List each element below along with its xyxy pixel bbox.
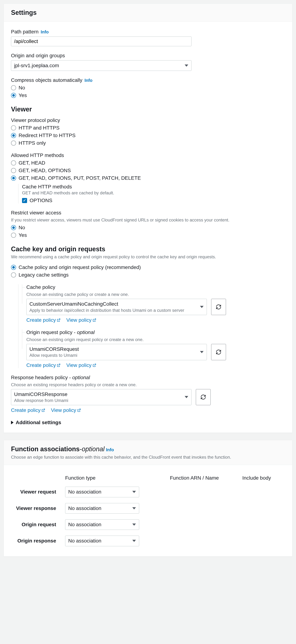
cache-mode-policy-radio[interactable] [11,265,16,270]
triangle-right-icon [11,421,13,424]
external-link-icon [41,408,45,412]
caret-down-icon [185,396,188,398]
caret-down-icon [132,524,136,526]
external-link-icon [57,318,60,322]
cache-mode-group: Cache policy and origin request policy (… [11,264,285,278]
origin-label: Origin and origin groups [11,53,65,58]
methods-all-label: GET, HEAD, OPTIONS, PUT, POST, PATCH, DE… [18,175,141,181]
response-policy-refresh-button[interactable] [196,389,211,405]
response-policy-create-link[interactable]: Create policy [11,407,45,413]
origin-request-type-select[interactable]: No association [65,519,139,530]
caret-down-icon [132,507,136,510]
col-function-type: Function type [61,472,166,484]
origin-policy-select[interactable]: UmamiCORSRequest Allow requests to Umami [26,344,207,360]
origin-request-label: Origin request [11,516,61,533]
cache-options-label: OPTIONS [29,198,52,204]
viewer-request-label: Viewer request [11,484,61,500]
protocol-both-label: HTTP and HTTPS [18,125,59,131]
settings-header: Settings [4,4,292,22]
origin-policy-optional: optional [77,330,95,335]
protocol-redirect-radio[interactable] [11,133,16,138]
path-pattern-info-link[interactable]: Info [41,30,49,34]
cache-section-title: Cache key and origin requests [11,245,285,253]
protocol-https-radio[interactable] [11,140,16,146]
origin-response-type-select[interactable]: No association [65,536,139,546]
additional-settings-expander[interactable]: Additional settings [11,420,285,426]
compress-info-link[interactable]: Info [84,78,92,83]
restrict-hint: If you restrict viewer access, viewers m… [11,218,285,222]
origin-response-label: Origin response [11,533,61,549]
external-link-icon [77,408,81,412]
methods-all-radio[interactable] [11,176,16,181]
compress-no-radio[interactable] [11,85,16,90]
viewer-response-type-select[interactable]: No association [65,503,139,514]
function-associations-table: Function type Function ARN / Name Includ… [11,472,285,549]
response-policy-optional: optional [72,375,90,380]
origin-policy-view-link[interactable]: View policy [66,362,96,368]
path-pattern-group: Path pattern Info [11,29,285,46]
methods-gh-radio[interactable] [11,160,16,166]
cache-policy-sub: Apply to behavior /api/collect in distri… [29,308,198,313]
origin-policy-hint: Choose an existing origin request policy… [26,337,285,342]
protocol-redirect-label: Redirect HTTP to HTTPS [18,132,75,138]
cache-policy-hint: Choose an existing cache policy or creat… [26,292,285,297]
restrict-yes-label: Yes [18,232,27,238]
response-policy-view-link[interactable]: View policy [51,407,81,413]
compress-yes-radio[interactable] [11,93,16,98]
cache-mode-legacy-radio[interactable] [11,272,16,278]
external-link-icon [93,364,96,367]
cache-policy-select[interactable]: CustomServerUmamiNoCachingCollect Apply … [26,299,207,315]
table-row: Viewer request No association [11,484,285,500]
settings-panel: Settings Path pattern Info Origin and or… [3,4,293,433]
caret-down-icon [132,491,136,493]
cache-policy-value: CustomServerUmamiNoCachingCollect [29,301,198,307]
table-row: Origin response No association [11,533,285,549]
cache-section-hint: We recommend using a cache policy and or… [11,254,285,260]
response-policy-hint: Choose an existing response headers poli… [11,382,285,387]
protocol-both-radio[interactable] [11,125,16,130]
cache-methods-label: Cache HTTP methods [22,184,285,190]
response-policy-group: Response headers policy - optional Choos… [11,375,285,413]
functions-hint: Choose an edge function to associate wit… [11,455,285,460]
protocol-https-label: HTTPS only [18,140,46,146]
col-include-body: Include body [239,472,285,484]
methods-gho-radio[interactable] [11,168,16,173]
cache-mode-legacy-label: Legacy cache settings [18,272,69,278]
table-row: Origin request No association [11,516,285,533]
refresh-icon [216,349,222,355]
cache-policy-refresh-button[interactable] [211,299,226,315]
path-pattern-label: Path pattern [11,29,39,35]
origin-policy-sub: Allow requests to Umami [29,352,198,358]
origin-select-value: jpl-srv1.joeplaa.com [14,62,182,69]
allowed-methods-group: Allowed HTTP methods GET, HEAD GET, HEAD… [11,152,285,204]
functions-info-link[interactable]: Info [106,447,114,452]
response-policy-select[interactable]: UmamiCORSResponse Allow response from Um… [11,389,192,405]
cache-policy-create-link[interactable]: Create policy [26,317,60,323]
origin-policy-create-link[interactable]: Create policy [26,362,60,368]
cache-options-checkbox[interactable] [22,198,27,203]
caret-down-icon [185,64,188,67]
viewer-section-title: Viewer [11,106,285,113]
origin-policy-value: UmamiCORSRequest [29,346,198,352]
external-link-icon [93,318,96,322]
methods-gho-label: GET, HEAD, OPTIONS [18,168,71,174]
additional-settings-label: Additional settings [16,420,61,426]
cache-mode-policy-label: Cache policy and origin request policy (… [18,264,141,270]
caret-down-icon [200,306,204,308]
cache-methods-hint: GET and HEAD methods are cached by defau… [22,190,285,196]
restrict-yes-radio[interactable] [11,233,16,238]
table-row: Viewer response No association [11,500,285,516]
origin-select[interactable]: jpl-srv1.joeplaa.com [11,60,192,71]
cache-policy-view-link[interactable]: View policy [66,317,96,323]
compress-no-label: No [18,85,25,91]
restrict-no-radio[interactable] [11,225,16,230]
viewer-request-type-select[interactable]: No association [65,487,139,497]
origin-policy-refresh-button[interactable] [211,344,226,360]
path-pattern-input[interactable] [11,36,192,46]
viewer-protocol-label: Viewer protocol policy [11,118,60,123]
refresh-icon [200,394,206,400]
refresh-icon [216,304,222,310]
caret-down-icon [132,540,136,542]
origin-policy-label: Origin request policy [26,330,72,335]
origin-group: Origin and origin groups jpl-srv1.joepla… [11,53,285,71]
